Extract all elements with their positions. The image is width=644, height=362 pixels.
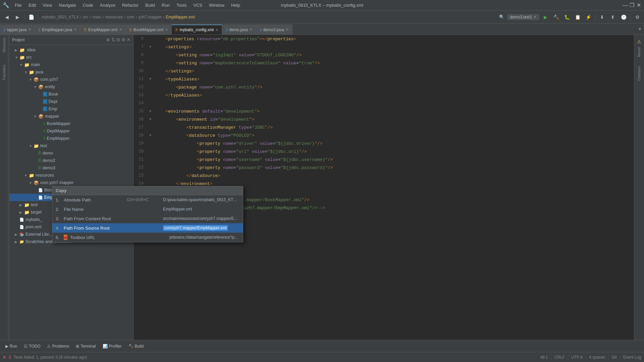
tab-label-bookmapperxml: BookMapper.xml bbox=[133, 27, 163, 32]
project-settings-icon[interactable]: ⚙ bbox=[121, 37, 125, 42]
copy-menu-item-file-name[interactable]: 2. File Name EmpMapper.xml bbox=[52, 204, 243, 214]
tree-item-resources[interactable]: ▼ 📁 resources bbox=[9, 172, 133, 179]
tab-close-bookmapperxml[interactable]: ✕ bbox=[165, 27, 168, 32]
forward-button[interactable]: ▶ bbox=[13, 12, 22, 22]
tab-mybatis-config[interactable]: X mybatis_config.xml ✕ bbox=[172, 24, 222, 35]
tree-item-bookmapper[interactable]: ▶ I BookMapper bbox=[9, 120, 133, 127]
line-content-11: <typeAliases> bbox=[154, 77, 200, 82]
tree-item-demo3[interactable]: ▶ © demo3 bbox=[9, 164, 133, 172]
tabs-overflow-button[interactable]: ▼ bbox=[636, 26, 644, 32]
menu-file[interactable]: File bbox=[12, 2, 24, 8]
tree-label-book: Book bbox=[49, 92, 58, 97]
code-line-10: 10 </settings> bbox=[133, 67, 634, 75]
menu-run[interactable]: Run bbox=[159, 2, 172, 8]
tree-item-java[interactable]: ▼ 📁 java bbox=[9, 68, 133, 76]
tree-item-empmapper[interactable]: ▶ I EmpMapper bbox=[9, 135, 133, 142]
build-panel-button[interactable]: 🔨 Build bbox=[126, 342, 147, 351]
project-panel-title: Project bbox=[12, 38, 24, 42]
search-everywhere-icon[interactable]: 🔍 bbox=[499, 14, 504, 19]
project-sort-icon[interactable]: ⇅ bbox=[111, 37, 115, 42]
menu-window[interactable]: Window bbox=[206, 2, 227, 8]
tab-lapper-java[interactable]: J lapper.java ✕ bbox=[0, 24, 35, 35]
recent-files-button[interactable]: 📄 bbox=[26, 12, 36, 22]
code-line-11: 11 ▼ <typeAliases> bbox=[133, 75, 634, 83]
menu-analyze[interactable]: Analyze bbox=[97, 2, 118, 8]
tab-empmapper-java[interactable]: J EmpMapper.java ✕ bbox=[35, 24, 80, 35]
menu-vcs[interactable]: VCS bbox=[191, 2, 205, 8]
tab-label-lapper: lapper.java bbox=[7, 27, 26, 32]
tree-item-demo2[interactable]: ▶ © demo2 bbox=[9, 157, 133, 164]
tab-close-demojava[interactable]: ✕ bbox=[250, 27, 253, 32]
problems-panel-button[interactable]: ⚠ Problems bbox=[44, 342, 72, 351]
tree-item-entity[interactable]: ▼ 📦 entity bbox=[9, 83, 133, 90]
line-content-17: <transactionManager type="JDBC"/> bbox=[154, 125, 273, 130]
copy-menu-item-absolute-path[interactable]: 1. Absolute Path Ctrl+Shift+C D:\java-ba… bbox=[52, 195, 243, 204]
settings-button[interactable]: ⚙ bbox=[633, 12, 642, 22]
tree-item-dept[interactable]: ▶ C Dept bbox=[9, 98, 133, 105]
tab-close-mybatisconfig[interactable]: ✕ bbox=[215, 28, 218, 32]
debug-button[interactable]: 🐛 bbox=[562, 12, 572, 22]
git-push-button[interactable]: ⬆ bbox=[608, 12, 618, 22]
copy-menu-item-content-root[interactable]: 3. Path From Content Root src/main/resou… bbox=[52, 214, 243, 223]
warning-icon[interactable]: ⚠ bbox=[637, 39, 641, 44]
menu-navigate[interactable]: Navigate bbox=[56, 2, 78, 8]
tab-close-empmapperxml[interactable]: ✕ bbox=[119, 27, 122, 32]
tree-item-emp[interactable]: ▶ C Emp bbox=[9, 105, 133, 113]
tab-close-demo3java[interactable]: ✕ bbox=[286, 27, 289, 32]
menu-build[interactable]: Build bbox=[143, 2, 158, 8]
git-update-button[interactable]: ⬇ bbox=[597, 12, 607, 22]
close-button[interactable]: ✕ bbox=[636, 3, 641, 8]
back-button[interactable]: ◀ bbox=[2, 12, 11, 22]
branch-selector[interactable]: demo3.test1 ▼ bbox=[507, 14, 539, 20]
tree-item-resources-mapper[interactable]: ▼ 📦 com.yzh7.mapper bbox=[9, 179, 133, 186]
todo-panel-button[interactable]: ☑ TODO bbox=[21, 342, 43, 351]
tree-item-book[interactable]: ▶ C Book bbox=[9, 90, 133, 98]
tab-demo-java[interactable]: J demo.java ✕ bbox=[222, 24, 256, 35]
run-panel-button[interactable]: ▶ Run bbox=[3, 342, 20, 351]
tree-item-demo[interactable]: ▶ © demo bbox=[9, 149, 133, 157]
menu-code[interactable]: Code bbox=[80, 2, 96, 8]
minimize-button[interactable]: — bbox=[623, 3, 628, 8]
event-log-button[interactable]: Event Log bbox=[623, 355, 641, 360]
copy-menu-item-toolbox-url[interactable]: 5. 🧰 Toolbox URL jetbrains://idea/naviga… bbox=[52, 233, 243, 242]
tree-item-comyzh7[interactable]: ▼ 📦 com.yzh7 bbox=[9, 76, 133, 83]
tab-close-lapper[interactable]: ✕ bbox=[28, 27, 31, 32]
terminal-panel-button[interactable]: ⊞ Terminal bbox=[73, 342, 98, 351]
tree-item-mapper[interactable]: ▼ 📦 mapper bbox=[9, 113, 133, 120]
tree-label-mybatis-config: mybatis_ bbox=[25, 217, 42, 222]
title-bar: 🔧 File Edit View Navigate Code Analyze R… bbox=[0, 0, 644, 11]
tree-label-src: src bbox=[26, 55, 32, 60]
line-gutter-7: ▼ bbox=[147, 45, 154, 49]
nav-sep1: › bbox=[80, 15, 82, 19]
copy-menu-item-source-root[interactable]: 4. Path From Source Root com/yzh7.mapper… bbox=[52, 223, 243, 233]
tree-item-test-java[interactable]: ▼ 📁 test bbox=[9, 142, 133, 149]
tree-item-deptmapper[interactable]: ▶ I DeptMapper bbox=[9, 127, 133, 135]
tab-empmapper-xml[interactable]: X EmpMapper.xml ✕ bbox=[80, 24, 126, 35]
project-hide-icon[interactable]: ✕ bbox=[127, 37, 130, 42]
tree-item-src[interactable]: ▼ 📁 src bbox=[9, 54, 133, 61]
tree-item-idea[interactable]: ▶ 📁 .idea bbox=[9, 46, 133, 54]
vtab-database[interactable]: Database bbox=[637, 66, 641, 81]
run-button[interactable]: ▶ bbox=[541, 12, 550, 22]
menu-view[interactable]: View bbox=[40, 2, 55, 8]
menu-refactor[interactable]: Refactor bbox=[119, 2, 141, 8]
tree-item-main[interactable]: ▼ 📁 main bbox=[9, 61, 133, 68]
maximize-button[interactable]: ❐ bbox=[629, 3, 635, 8]
nav-sep-right2 bbox=[630, 14, 631, 20]
project-collapse-icon[interactable]: ⊟ bbox=[116, 37, 120, 42]
menu-tools[interactable]: Tools bbox=[174, 2, 189, 8]
vtab-structure[interactable]: Structure bbox=[2, 38, 6, 53]
profile-button[interactable]: ⚡ bbox=[584, 12, 593, 22]
git-history-button[interactable]: 🕐 bbox=[619, 12, 628, 22]
tab-demo3-java[interactable]: J demo3.java ✕ bbox=[256, 24, 292, 35]
tab-close-empmapperjava[interactable]: ✕ bbox=[74, 27, 77, 32]
menu-edit[interactable]: Edit bbox=[26, 2, 39, 8]
vtab-favorites[interactable]: Favorites bbox=[2, 65, 6, 80]
profiler-panel-button[interactable]: 📊 Profiler bbox=[100, 342, 124, 351]
tab-bookmapper-xml[interactable]: X BookMapper.xml ✕ bbox=[126, 24, 172, 35]
build-config-button[interactable]: 🔨 bbox=[551, 12, 561, 22]
coverage-button[interactable]: 📋 bbox=[573, 12, 582, 22]
project-add-icon[interactable]: ⊕ bbox=[106, 37, 110, 42]
menu-help[interactable]: Help bbox=[228, 2, 243, 8]
vtab-maven[interactable]: Maven bbox=[637, 47, 641, 57]
